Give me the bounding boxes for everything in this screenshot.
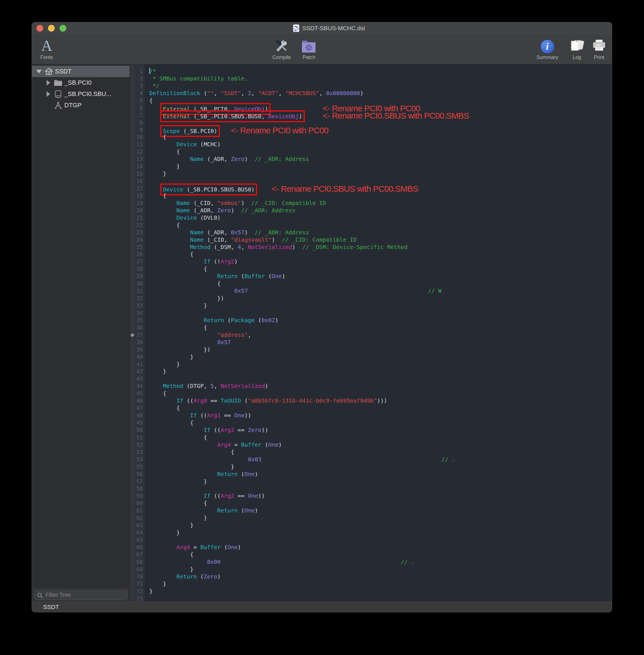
navigation-tree[interactable]: SSDT_SB.PCI0_SB.PCI0.SBU...DTGP (32, 64, 130, 588)
line-number: 45 (130, 390, 145, 397)
code-line-text: { (145, 419, 612, 427)
rename-highlight-box: Scope (_SB.PCI0) (163, 128, 217, 134)
code-line: 27 If (!Arg2) (130, 258, 612, 265)
sidebar-item-ssdt[interactable]: SSDT (32, 66, 130, 77)
code-line: 34 (130, 310, 612, 317)
sidebar: SSDT_SB.PCI0_SB.PCI0.SBU...DTGP (32, 64, 130, 602)
line-number: 14 (130, 163, 145, 170)
line-number: 64 (130, 529, 145, 537)
home-icon (43, 67, 55, 76)
code-line-text: Return (One) (145, 471, 612, 478)
line-number: 24 (130, 236, 145, 244)
log-label: Log (573, 54, 581, 61)
code-line: 25 Method (_DSM, 4, NotSerialized) // _D… (130, 244, 612, 251)
code-line-text: Scope (_SB.PCI0) <- Rename PCI0 with PC0… (145, 127, 612, 134)
code-line-text: }) (145, 346, 612, 354)
line-number: 23 (130, 229, 145, 236)
patch-label: Patch (302, 54, 316, 61)
compile-icon (274, 38, 290, 53)
patch-button[interactable]: Patch (301, 36, 317, 61)
sidebar-item-sb-pci0-sbu[interactable]: _SB.PCI0.SBU... (32, 88, 130, 100)
log-button[interactable]: Log (570, 36, 584, 61)
code-line-text: Device (MCHC) (145, 141, 612, 148)
line-number: 69 (130, 566, 145, 573)
code-line: 73 (130, 595, 612, 602)
search-icon (37, 592, 43, 598)
code-line-text: External (_SB_.PCI0.SBUS.BUS0, DeviceObj… (145, 112, 612, 119)
line-number: 29 (130, 273, 145, 280)
code-line-text: DefinitionBlock ("", "SSDT", 2, "ACDT", … (145, 90, 612, 97)
code-line-text: * SMBus compatibility table. (145, 75, 612, 83)
line-number: 22 (130, 222, 145, 229)
line-number: 51 (130, 434, 145, 441)
code-editor[interactable]: 1/*2 * SMBus compatibility table.3 */4De… (130, 64, 612, 602)
line-number: 10 (130, 134, 145, 141)
code-line: 2 * SMBus compatibility table. (130, 75, 612, 83)
sidebar-item-dtgp[interactable]: DTGP (32, 100, 130, 111)
code-line: 58 (130, 485, 612, 492)
rename-annotation: <- Rename PCI0 with PC00 (231, 126, 328, 135)
fonts-button[interactable]: A Fonts (40, 36, 53, 61)
disclosure-right-icon[interactable] (45, 80, 52, 86)
patch-icon (301, 39, 317, 53)
line-number: 66 (130, 544, 145, 551)
code-line-text: } (145, 361, 612, 368)
code-line: 24 Name (_CID, "diagsvault") // _CID: Co… (130, 236, 612, 244)
code-line-text: { (145, 449, 612, 456)
line-number: 40 (130, 354, 145, 361)
line-number: 53 (130, 449, 145, 456)
code-line: 67 { (130, 551, 612, 559)
line-number: 34 (130, 310, 145, 317)
code-line-text: { (145, 148, 612, 156)
disclosure-right-icon[interactable] (45, 91, 52, 97)
code-line-text: If ((Arg2 == One)) (145, 492, 612, 500)
code-line-text: } (145, 522, 612, 529)
zoom-button[interactable] (60, 25, 66, 31)
line-number: 16 (130, 178, 145, 185)
code-line-text: Name (_CID, "diagsvault") // _CID: Compa… (145, 236, 612, 244)
line-number: 46 (130, 397, 145, 405)
code-line-text: 0x00 // . (145, 559, 612, 566)
code-line: 72} (130, 588, 612, 595)
sidebar-item-label: DTGP (64, 101, 82, 109)
sidebar-item-label: _SB.PCI0.SBU... (64, 90, 111, 98)
main-content: SSDT_SB.PCI0_SB.PCI0.SBU...DTGP 1/*2 * S… (32, 64, 612, 602)
print-button[interactable]: Print (592, 36, 606, 61)
code-line: 68 0x00 // . (130, 559, 612, 566)
code-line-text: { (145, 434, 612, 441)
code-line-text: { (145, 251, 612, 258)
code-line: 46 If ((Arg0 == ToUUID ("a0b5b7c6-1318-4… (130, 397, 612, 405)
code-line-text: Return (One) (145, 507, 612, 514)
code-line-text: Name (_ADR, Zero) // _ADR: Address (145, 207, 612, 214)
disclosure-down-icon[interactable] (35, 70, 43, 73)
line-number: 8 (130, 119, 145, 127)
code-line-text: { (145, 390, 612, 397)
code-line: 59 If ((Arg2 == One)) (130, 492, 612, 500)
line-number: 47 (130, 405, 145, 412)
code-line: 54 0x03 // . (130, 456, 612, 463)
line-number: 60 (130, 500, 145, 507)
code-line: 31 0x57 // W (130, 288, 612, 295)
code-line: 5{ (130, 97, 612, 105)
line-number: 70 (130, 573, 145, 581)
code-line-text: Arg4 = Buffer (One) (145, 441, 612, 449)
title-bar[interactable]: SSDT-SBUS-MCHC.dsl (32, 22, 612, 34)
code-line-text: } (145, 529, 612, 537)
maciasl-window: SSDT-SBUS-MCHC.dsl A Fonts Compile (32, 22, 612, 612)
line-number: 6 (130, 105, 145, 112)
sidebar-item-sb-pci0[interactable]: _SB.PCI0 (32, 77, 130, 88)
line-number: 36 (130, 324, 145, 332)
minimize-button[interactable] (48, 25, 55, 31)
code-line: 45 { (130, 390, 612, 397)
summary-button[interactable]: i Summary (536, 36, 558, 61)
compile-button[interactable]: Compile (272, 36, 291, 61)
traffic-lights (37, 25, 66, 31)
filter-tree-input[interactable] (34, 590, 128, 600)
code-line: 56 Return (One) (130, 471, 612, 478)
device-icon (52, 90, 64, 98)
close-button[interactable] (37, 25, 43, 31)
code-line: 13 Name (_ADR, Zero) // _ADR: Address (130, 156, 612, 163)
line-number: 55 (130, 463, 145, 471)
code-line-text: } (145, 163, 612, 170)
code-line-text: } (145, 478, 612, 485)
